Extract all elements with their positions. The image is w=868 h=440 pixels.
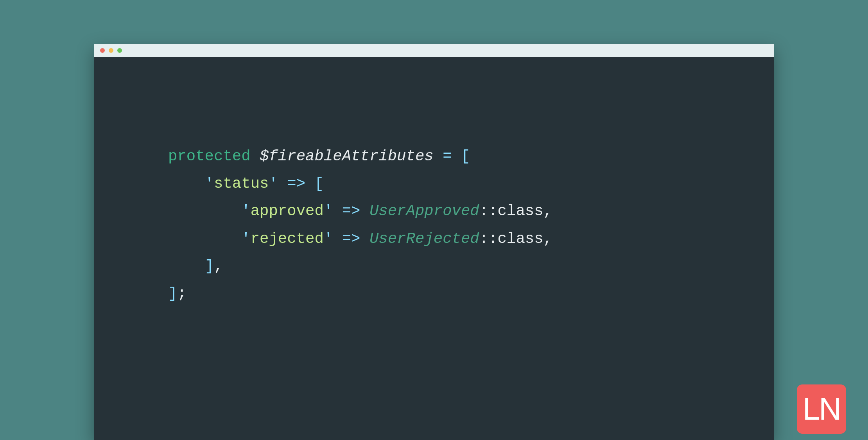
- variable-name: $fireableAttributes: [260, 148, 434, 165]
- close-bracket: ]: [168, 285, 177, 302]
- code-line-4: 'rejected' => UserRejected::class,: [168, 230, 552, 248]
- arrow-operator: =>: [342, 230, 360, 248]
- zoom-icon[interactable]: [117, 48, 122, 53]
- code-window: protected $fireableAttributes = [ 'statu…: [94, 44, 774, 440]
- brand-logo-text: LN: [803, 391, 840, 427]
- close-bracket: ]: [205, 258, 214, 275]
- class-keyword: class: [498, 203, 543, 220]
- indent: [168, 175, 205, 192]
- code-line-2: 'status' => [: [168, 175, 324, 192]
- scope-operator: ::: [479, 230, 498, 248]
- string-approved: approved: [251, 203, 324, 220]
- arrow-operator: =>: [287, 175, 305, 192]
- quote: ': [241, 203, 250, 220]
- comma: ,: [543, 203, 552, 220]
- open-bracket: [: [315, 175, 324, 192]
- string-rejected: rejected: [251, 230, 324, 248]
- indent: [168, 230, 241, 248]
- quote: ': [324, 203, 333, 220]
- comma: ,: [214, 258, 223, 275]
- code-content: protected $fireableAttributes = [ 'statu…: [94, 57, 774, 307]
- open-bracket: [: [461, 148, 470, 165]
- class-ref: UserRejected: [369, 230, 479, 248]
- quote: ': [241, 230, 250, 248]
- code-line-5: ],: [168, 258, 223, 275]
- class-ref: UserApproved: [369, 203, 479, 220]
- code-line-1: protected $fireableAttributes = [: [168, 148, 470, 165]
- semicolon: ;: [177, 285, 186, 302]
- quote: ': [324, 230, 333, 248]
- class-keyword: class: [498, 230, 543, 248]
- string-status: status: [214, 175, 269, 192]
- arrow-operator: =>: [342, 203, 360, 220]
- keyword-protected: protected: [168, 148, 251, 165]
- quote: ': [205, 175, 214, 192]
- brand-logo: LN: [797, 384, 846, 434]
- equals-operator: =: [443, 148, 452, 165]
- indent: [168, 258, 205, 275]
- code-line-3: 'approved' => UserApproved::class,: [168, 203, 552, 220]
- code-line-6: ];: [168, 285, 187, 302]
- close-icon[interactable]: [100, 48, 105, 53]
- indent: [168, 203, 241, 220]
- minimize-icon[interactable]: [109, 48, 113, 53]
- window-titlebar: [94, 44, 774, 57]
- comma: ,: [543, 230, 552, 248]
- scope-operator: ::: [479, 203, 498, 220]
- quote: ': [269, 175, 278, 192]
